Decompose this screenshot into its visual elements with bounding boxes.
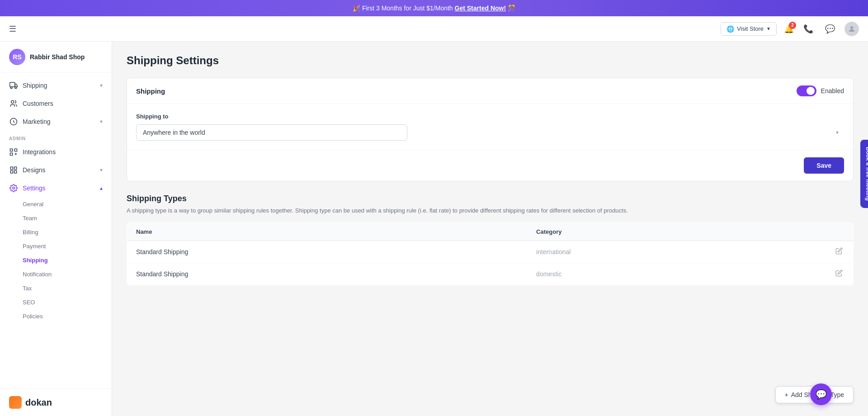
sidebar-item-designs-label: Designs: [23, 166, 46, 174]
book-meeting-tab[interactable]: Book a free meeting: [860, 140, 868, 208]
settings-sub-tax[interactable]: Tax: [0, 281, 112, 295]
sidebar: RS Rabbir Shad Shop Shipping ▾: [0, 42, 112, 416]
settings-sub-general[interactable]: General: [0, 197, 112, 211]
banner-emoji: 🎊: [508, 5, 515, 12]
table-header-row: Name Category: [127, 222, 854, 241]
shipping-card-body: Shipping to Anywhere in the world Specif…: [127, 104, 853, 150]
sidebar-item-shipping-label: Shipping: [23, 82, 47, 89]
sidebar-nav: Shipping ▾ Customers M: [0, 73, 112, 388]
chevron-icon: ▾: [100, 82, 103, 89]
designs-icon: [9, 165, 18, 175]
banner-text: 🎉 First 3 Months for Just $1/Month: [353, 5, 453, 12]
integrations-icon: [9, 147, 18, 156]
shipping-icon: [9, 81, 18, 90]
row-2-edit[interactable]: [826, 263, 854, 285]
menu-icon[interactable]: ☰: [9, 24, 16, 34]
visit-store-button[interactable]: 🌐 Visit Store ▼: [721, 22, 777, 36]
svg-rect-9: [10, 167, 13, 169]
book-meeting-label: Book a free meeting: [865, 147, 868, 201]
row-1-category: international: [527, 241, 826, 263]
shipping-to-select[interactable]: Anywhere in the world Specific countries…: [136, 124, 407, 141]
col-category: Category: [527, 222, 826, 241]
globe-icon: 🌐: [726, 25, 734, 33]
notification-button[interactable]: 🔔 2: [784, 24, 794, 34]
edit-icon[interactable]: [835, 248, 843, 256]
settings-sub-team[interactable]: Team: [0, 211, 112, 225]
col-name: Name: [127, 222, 528, 241]
main-content: Shipping Settings Shipping Enabled Shipp…: [112, 42, 868, 416]
shipping-types-title: Shipping Types: [127, 194, 854, 203]
sidebar-item-integrations-label: Integrations: [23, 148, 56, 156]
shipping-types-section: Shipping Types A shipping type is a way …: [127, 194, 854, 285]
svg-rect-7: [14, 149, 17, 151]
user-avatar[interactable]: [844, 22, 859, 36]
sidebar-item-shipping[interactable]: Shipping ▾: [0, 76, 112, 95]
settings-sub-shipping[interactable]: Shipping: [0, 253, 112, 267]
shipping-to-label: Shipping to: [136, 113, 844, 120]
svg-point-13: [13, 187, 15, 189]
sidebar-item-designs[interactable]: Designs ▾: [0, 161, 112, 179]
shipping-toggle-wrapper: Enabled: [797, 85, 844, 96]
shipping-card: Shipping Enabled Shipping to Anywhere in…: [127, 78, 854, 181]
chevron-icon: ▾: [100, 167, 103, 173]
edit-icon[interactable]: [835, 270, 843, 278]
dokan-logo-text: dokan: [25, 397, 52, 408]
settings-sub-billing[interactable]: Billing: [0, 225, 112, 239]
svg-point-3: [15, 87, 17, 89]
sidebar-item-integrations[interactable]: Integrations: [0, 143, 112, 161]
table-row: Standard Shipping domestic: [127, 263, 854, 285]
page-title: Shipping Settings: [127, 54, 854, 67]
visit-store-label: Visit Store: [737, 25, 764, 32]
shipping-toggle[interactable]: [797, 85, 816, 96]
sidebar-item-settings-label: Settings: [23, 184, 46, 192]
marketing-icon: [9, 117, 18, 126]
admin-section-label: ADMIN: [0, 131, 112, 143]
row-2-name: Standard Shipping: [127, 263, 528, 285]
top-banner: 🎉 First 3 Months for Just $1/Month Get S…: [0, 0, 868, 16]
svg-rect-1: [10, 82, 15, 87]
shipping-types-body: Standard Shipping international Standard…: [127, 241, 854, 285]
dokan-logo-icon: [9, 396, 22, 409]
settings-sub-seo[interactable]: SEO: [0, 295, 112, 309]
svg-rect-10: [14, 167, 17, 169]
settings-sub-payment[interactable]: Payment: [0, 239, 112, 253]
settings-sub-notification[interactable]: Notification: [0, 267, 112, 281]
toggle-enabled-label: Enabled: [821, 87, 844, 95]
chevron-icon: ▾: [100, 118, 103, 125]
store-name: Rabbir Shad Shop: [30, 53, 85, 61]
save-button[interactable]: Save: [804, 157, 844, 174]
support-icon[interactable]: 💬: [823, 22, 837, 36]
shipping-card-title: Shipping: [136, 87, 165, 95]
store-icon: RS: [9, 49, 25, 65]
svg-rect-8: [10, 153, 13, 155]
shipping-card-header: Shipping Enabled: [127, 78, 853, 104]
banner-cta[interactable]: Get Started Now!: [455, 5, 506, 12]
chat-bubble-button[interactable]: 💬: [810, 383, 832, 405]
layout: RS Rabbir Shad Shop Shipping ▾: [0, 42, 868, 416]
svg-point-0: [850, 26, 853, 29]
sidebar-item-customers-label: Customers: [23, 100, 53, 107]
svg-point-4: [11, 100, 14, 103]
phone-icon[interactable]: 📞: [801, 22, 816, 36]
toggle-slider: [797, 85, 816, 96]
settings-sub-policies[interactable]: Policies: [0, 309, 112, 323]
svg-rect-11: [14, 171, 17, 173]
shipping-to-select-wrapper: Anywhere in the world Specific countries…: [136, 124, 844, 141]
shipping-types-description: A shipping type is a way to group simila…: [127, 206, 854, 215]
header-right: 🌐 Visit Store ▼ 🔔 2 📞 💬: [721, 22, 859, 36]
shipping-types-table: Name Category Standard Shipping internat…: [127, 222, 854, 285]
sidebar-logo: RS Rabbir Shad Shop: [0, 42, 112, 73]
sidebar-item-marketing[interactable]: Marketing ▾: [0, 113, 112, 131]
sidebar-item-customers[interactable]: Customers: [0, 95, 112, 113]
chevron-up-icon: ▴: [100, 185, 103, 191]
sidebar-item-settings[interactable]: Settings ▴: [0, 179, 112, 197]
settings-submenu: General Team Billing Payment Shipping No…: [0, 197, 112, 323]
row-2-category: domestic: [527, 263, 826, 285]
shipping-card-footer: Save: [127, 150, 853, 181]
chevron-down-icon: ▼: [766, 26, 771, 31]
row-1-edit[interactable]: [826, 241, 854, 263]
select-arrow-icon: ▾: [836, 129, 839, 136]
row-1-name: Standard Shipping: [127, 241, 528, 263]
chat-icon: 💬: [816, 389, 827, 400]
svg-rect-6: [10, 149, 13, 151]
